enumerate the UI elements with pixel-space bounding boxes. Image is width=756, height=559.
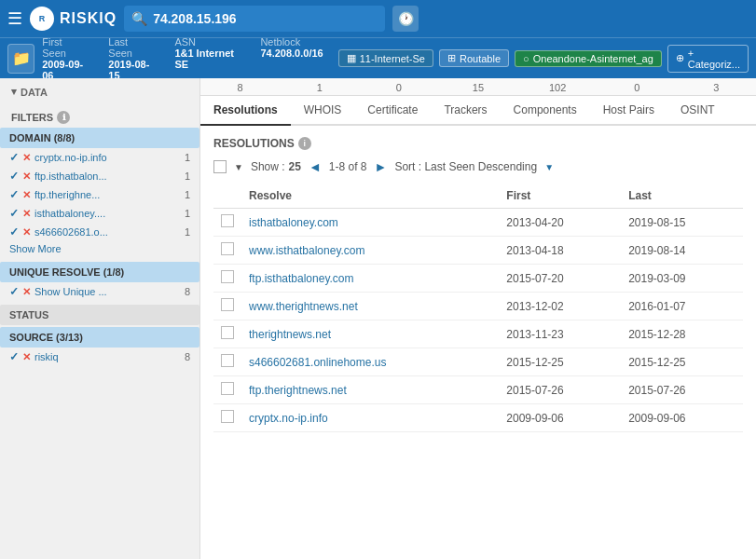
tab-bar: Resolutions WHOIS Certificate Trackers C…: [200, 96, 756, 126]
filter-name[interactable]: riskiq: [34, 351, 179, 362]
add-category-button[interactable]: ⊕ + Categoriz...: [667, 45, 749, 73]
last-date-3: 2016-01-07: [621, 293, 743, 320]
table-row: cryptx.no-ip.info 2009-09-06 2009-09-06: [213, 404, 743, 432]
dropdown-arrow-icon[interactable]: ▼: [234, 162, 243, 172]
resolve-link-0[interactable]: isthatbaloney.com: [249, 216, 338, 229]
tab-resolutions[interactable]: Resolutions: [200, 96, 291, 126]
last-date-5: 2015-12-25: [621, 348, 743, 376]
row-checkbox-1[interactable]: [221, 242, 234, 255]
search-input[interactable]: [153, 11, 378, 26]
folder-button[interactable]: 📁: [7, 44, 34, 74]
row-checkbox-5[interactable]: [221, 354, 234, 367]
first-column-header[interactable]: First: [499, 184, 621, 209]
filter-name[interactable]: cryptx.no-ip.info: [34, 152, 179, 163]
show-more-link[interactable]: Show More: [0, 241, 199, 260]
tag-oneandone[interactable]: ○ Oneandone-Asinternet_ag: [515, 50, 662, 67]
filter-count: 1: [185, 189, 190, 200]
table-row: therightnews.net 2013-11-23 2015-12-28: [213, 320, 743, 348]
resolve-link-6[interactable]: ftp.therightnews.net: [249, 384, 347, 397]
filter-item[interactable]: ✓ ✕ ftp.therighne... 1: [0, 185, 199, 204]
resolve-link-7[interactable]: cryptx.no-ip.info: [249, 412, 328, 425]
resolve-link-3[interactable]: www.therightnews.net: [249, 300, 358, 313]
x-icon: ✕: [22, 189, 31, 201]
next-page-button[interactable]: ►: [375, 159, 388, 174]
prev-page-button[interactable]: ◄: [309, 159, 322, 174]
filter-item[interactable]: ✓ ✕ riskiq 8: [0, 348, 199, 366]
last-column-header[interactable]: Last: [621, 184, 743, 209]
table-row: ftp.isthatbaloney.com 2015-07-20 2019-03…: [213, 265, 743, 293]
count-whois: 1: [280, 78, 359, 95]
filter-count: 1: [185, 152, 190, 163]
filters-info-icon: ℹ: [57, 111, 70, 124]
panel-title: RESOLUTIONS i: [213, 137, 743, 150]
table-row: s466602681.onlinehome.us 2015-12-25 2015…: [213, 348, 743, 376]
sub-header: 📁 First Seen 2009-09-06 Last Seen 2019-0…: [0, 37, 756, 78]
tab-trackers[interactable]: Trackers: [431, 96, 500, 126]
x-icon: ✕: [22, 351, 31, 363]
row-checkbox-4[interactable]: [221, 326, 234, 339]
count-components: 102: [518, 78, 598, 95]
count-trackers: 15: [438, 78, 517, 95]
filter-count: 1: [185, 208, 190, 219]
tab-osint[interactable]: OSINT: [667, 96, 728, 126]
filter-count: 1: [185, 170, 190, 182]
tag-icon: ○: [523, 53, 529, 64]
sort-dropdown-icon[interactable]: ▼: [544, 162, 554, 172]
row-checkbox-3[interactable]: [221, 298, 234, 311]
filter-item[interactable]: ✓ ✕ isthatbaloney.... 1: [0, 204, 199, 223]
source-group-header[interactable]: SOURCE (3/13): [0, 327, 199, 348]
first-date-4: 2013-11-23: [499, 320, 621, 348]
tab-components[interactable]: Components: [501, 96, 590, 126]
resolve-link-5[interactable]: s466602681.onlinehome.us: [249, 356, 386, 369]
filter-name[interactable]: Show Unique ...: [34, 286, 179, 297]
select-all-checkbox[interactable]: [213, 160, 227, 173]
table-row: isthatbaloney.com 2013-04-20 2019-08-15: [213, 209, 743, 237]
tag-routable[interactable]: ⊞ Routable: [439, 49, 509, 67]
first-date-0: 2013-04-20: [499, 209, 621, 237]
resolve-link-2[interactable]: ftp.isthatbaloney.com: [249, 272, 354, 285]
history-button[interactable]: 🕐: [392, 6, 419, 32]
last-seen-block: Last Seen 2019-08-15: [108, 36, 152, 81]
resolve-link-1[interactable]: www.isthatbaloney.com: [249, 244, 365, 257]
filter-item[interactable]: ✓ ✕ s466602681.o... 1: [0, 223, 199, 241]
row-checkbox-0[interactable]: [221, 214, 234, 227]
show-value[interactable]: 25: [289, 160, 301, 173]
show-label: Show :: [251, 160, 285, 173]
resolve-link-4[interactable]: therightnews.net: [249, 328, 331, 341]
unique-resolve-filter-group: UNIQUE RESOLVE (1/8) ✓ ✕ Show Unique ...…: [0, 262, 199, 301]
show-control: Show : 25: [251, 160, 301, 173]
tag-icon: ▦: [347, 52, 356, 64]
filter-name[interactable]: s466602681.o...: [34, 226, 179, 238]
row-checkbox-2[interactable]: [221, 270, 234, 283]
asn-value: 1&1 Internet SE: [174, 48, 234, 70]
data-section: ▾ DATA: [0, 78, 199, 105]
asn-block: ASN 1&1 Internet SE: [174, 36, 238, 81]
domain-group-header[interactable]: DOMAIN (8/8): [0, 128, 199, 148]
resolve-column-header[interactable]: Resolve: [241, 184, 499, 209]
logo-area: R RISKIQ: [30, 7, 117, 31]
main-header: ☰ R RISKIQ 🔍 🕐: [0, 0, 756, 37]
domain-filter-group: DOMAIN (8/8) ✓ ✕ cryptx.no-ip.info 1 ✓ ✕…: [0, 128, 199, 260]
filter-item[interactable]: ✓ ✕ Show Unique ... 8: [0, 282, 199, 301]
tab-whois[interactable]: WHOIS: [291, 96, 355, 126]
filter-count: 8: [185, 286, 190, 297]
search-bar[interactable]: 🔍: [124, 6, 385, 32]
filter-item[interactable]: ✓ ✕ cryptx.no-ip.info 1: [0, 148, 199, 167]
filter-item[interactable]: ✓ ✕ ftp.isthatbalon... 1: [0, 167, 199, 185]
filter-name[interactable]: ftp.isthatbalon...: [34, 170, 179, 182]
filter-name[interactable]: ftp.therighne...: [34, 189, 179, 200]
tag-internet-se[interactable]: ▦ 11-Internet-Se: [338, 49, 433, 67]
status-group-header[interactable]: STATUS: [0, 305, 199, 325]
hamburger-menu-icon[interactable]: ☰: [7, 8, 22, 29]
status-filter-group: STATUS: [0, 305, 199, 325]
first-seen-label: First Seen: [42, 36, 66, 59]
row-checkbox-6[interactable]: [221, 382, 234, 395]
tab-host-pairs[interactable]: Host Pairs: [590, 96, 667, 126]
tab-certificate[interactable]: Certificate: [354, 96, 431, 126]
tags-area: ▦ 11-Internet-Se ⊞ Routable ○ Oneandone-…: [338, 45, 749, 73]
row-checkbox-7[interactable]: [221, 410, 234, 423]
filter-name[interactable]: isthatbaloney....: [34, 208, 179, 219]
filter-count: 8: [185, 351, 190, 362]
last-date-2: 2019-03-09: [621, 265, 743, 293]
unique-resolve-group-header[interactable]: UNIQUE RESOLVE (1/8): [0, 262, 199, 282]
